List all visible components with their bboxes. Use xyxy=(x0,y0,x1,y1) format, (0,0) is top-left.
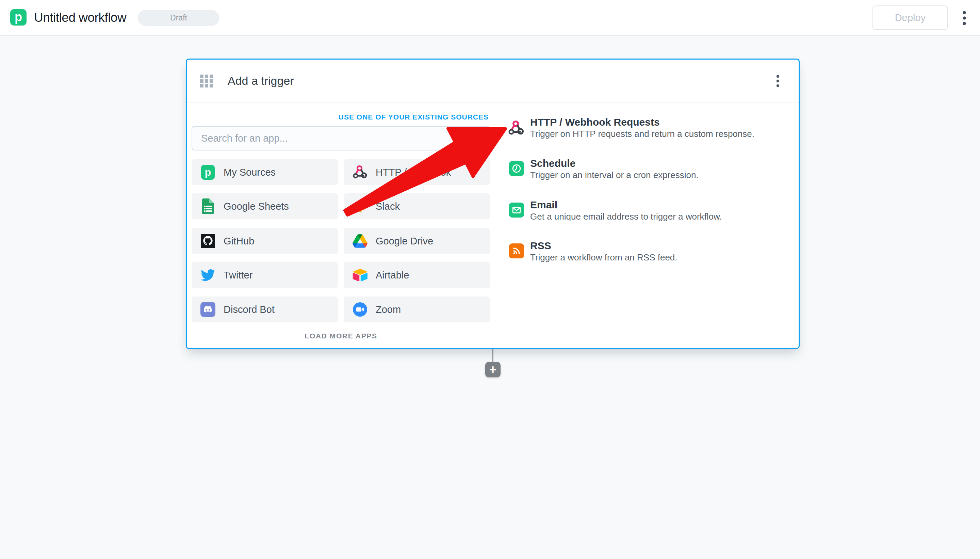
drag-handle-icon[interactable] xyxy=(200,74,213,88)
load-more-apps-link[interactable]: LOAD MORE APPS xyxy=(191,332,490,340)
card-menu-icon[interactable] xyxy=(775,74,781,88)
app-tile-label: My Sources xyxy=(224,167,276,178)
trigger-item-email[interactable]: Email Get a unique email address to trig… xyxy=(509,198,781,235)
pipedream-icon: p xyxy=(200,165,215,180)
status-badge: Draft xyxy=(138,10,219,26)
github-icon xyxy=(200,233,215,248)
rss-icon xyxy=(509,243,524,258)
app-tile-label: Slack xyxy=(376,201,400,212)
trigger-description: Trigger a workflow from an RSS feed. xyxy=(530,252,781,263)
email-icon xyxy=(509,203,524,218)
add-trigger-card: Add a trigger USE ONE OF YOUR EXISTING S… xyxy=(186,59,800,349)
twitter-icon xyxy=(200,268,215,283)
app-tile-label: GitHub xyxy=(224,236,254,247)
app-tile-http-webhook[interactable]: HTTP / Webhook xyxy=(344,159,490,185)
app-tile-label: Discord Bot xyxy=(224,304,275,315)
header-menu-icon[interactable] xyxy=(961,10,968,26)
clock-icon xyxy=(509,161,524,176)
app-tile-label: HTTP / Webhook xyxy=(376,167,451,178)
app-tile-google-sheets[interactable]: Google Sheets xyxy=(191,194,338,219)
app-tile-twitter[interactable]: Twitter xyxy=(191,262,338,288)
app-tile-label: Twitter xyxy=(224,270,252,281)
app-tile-label: Google Drive xyxy=(376,236,433,247)
add-step-button[interactable]: + xyxy=(485,362,500,377)
app-tile-github[interactable]: GitHub xyxy=(191,228,338,254)
trigger-description: Get a unique email address to trigger a … xyxy=(530,212,781,222)
workflow-title[interactable]: Untitled workflow xyxy=(34,0,126,35)
app-search-input[interactable] xyxy=(191,126,490,150)
app-tile-label: Google Sheets xyxy=(224,201,289,212)
connector-line xyxy=(492,349,493,362)
discord-icon xyxy=(200,302,215,317)
app-tile-airtable[interactable]: Airtable xyxy=(344,262,490,288)
google-sheets-icon xyxy=(200,199,215,214)
app-tile-zoom[interactable]: Zoom xyxy=(344,296,490,322)
svg-text:p: p xyxy=(205,167,211,178)
app-tile-label: Airtable xyxy=(376,270,409,281)
google-drive-icon xyxy=(353,233,368,248)
existing-sources-link[interactable]: USE ONE OF YOUR EXISTING SOURCES xyxy=(191,113,488,121)
zoom-icon xyxy=(353,302,368,317)
slack-icon xyxy=(353,199,368,214)
top-bar: p Untitled workflow Draft Deploy xyxy=(0,0,980,36)
trigger-description: Trigger on an interval or a cron express… xyxy=(530,170,781,180)
trigger-title: Schedule xyxy=(530,157,781,170)
airtable-icon xyxy=(353,268,368,283)
deploy-button[interactable]: Deploy xyxy=(873,5,948,30)
trigger-title: Email xyxy=(530,198,781,211)
app-tile-slack[interactable]: Slack xyxy=(344,194,490,219)
webhook-icon xyxy=(353,165,368,180)
trigger-title: HTTP / Webhook Requests xyxy=(530,116,781,128)
trigger-item-http-webhook[interactable]: HTTP / Webhook Requests Trigger on HTTP … xyxy=(509,116,781,152)
card-title: Add a trigger xyxy=(228,60,294,102)
app-tile-my-sources[interactable]: p My Sources xyxy=(191,159,338,185)
app-tile-google-drive[interactable]: Google Drive xyxy=(344,228,490,254)
trigger-item-schedule[interactable]: Schedule Trigger on an interval or a cro… xyxy=(509,157,781,194)
app-tile-discord-bot[interactable]: Discord Bot xyxy=(191,296,338,322)
card-header: Add a trigger xyxy=(187,60,799,103)
trigger-description: Trigger on HTTP requests and return a cu… xyxy=(530,129,781,139)
pipedream-logo[interactable]: p xyxy=(10,9,26,26)
trigger-item-rss[interactable]: RSS Trigger a workflow from an RSS feed. xyxy=(509,239,781,276)
webhook-icon xyxy=(509,120,524,135)
trigger-title: RSS xyxy=(530,239,781,252)
app-tile-label: Zoom xyxy=(376,304,401,315)
workflow-canvas: p Untitled workflow Draft Deploy Add a t… xyxy=(0,0,980,559)
